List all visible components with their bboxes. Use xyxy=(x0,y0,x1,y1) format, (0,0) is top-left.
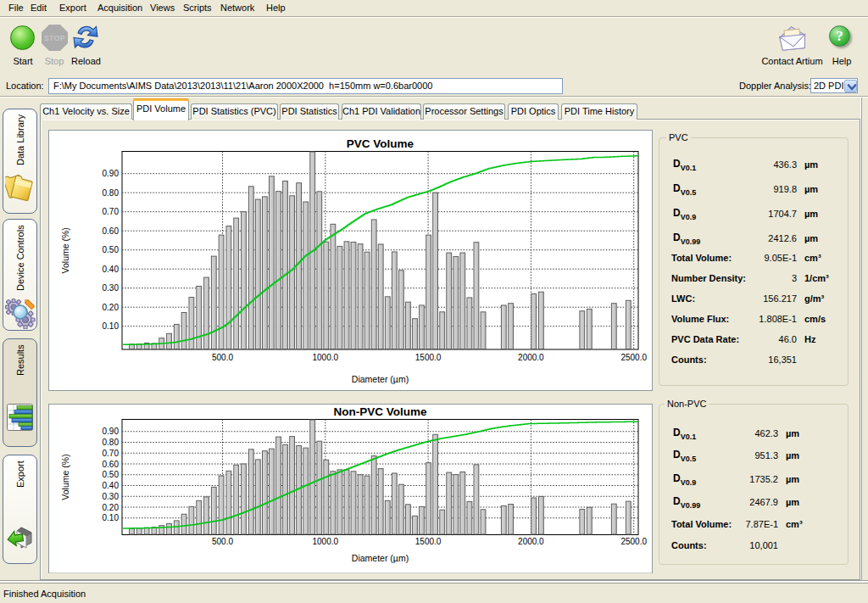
svg-text:Volume (%): Volume (%) xyxy=(60,227,70,273)
svg-text:0.20: 0.20 xyxy=(103,302,120,311)
svg-text:2000.0: 2000.0 xyxy=(518,536,544,545)
svg-text:0.60: 0.60 xyxy=(103,459,120,468)
svg-text:1500.0: 1500.0 xyxy=(415,536,442,545)
svg-text:500.0: 500.0 xyxy=(212,352,233,361)
svg-text:0.70: 0.70 xyxy=(103,448,120,457)
svg-text:0.70: 0.70 xyxy=(103,207,120,216)
svg-text:0.90: 0.90 xyxy=(103,427,120,436)
svg-text:0.20: 0.20 xyxy=(103,502,120,511)
svg-text:0.50: 0.50 xyxy=(103,245,120,254)
svg-text:2500.0: 2500.0 xyxy=(620,352,647,361)
svg-text:0.60: 0.60 xyxy=(103,226,120,235)
svg-text:PVC Volume: PVC Volume xyxy=(347,137,415,150)
svg-text:2000.0: 2000.0 xyxy=(518,352,544,361)
svg-text:0.50: 0.50 xyxy=(103,470,120,479)
svg-text:1000.0: 1000.0 xyxy=(313,352,339,361)
svg-text:1500.0: 1500.0 xyxy=(415,352,442,361)
svg-text:2500.0: 2500.0 xyxy=(620,536,647,545)
svg-text:0.40: 0.40 xyxy=(103,264,120,273)
svg-text:Diameter (µm): Diameter (µm) xyxy=(352,373,409,383)
svg-text:Volume (%): Volume (%) xyxy=(60,454,70,500)
svg-text:0.80: 0.80 xyxy=(103,187,120,197)
svg-text:STOP: STOP xyxy=(44,34,65,42)
svg-text:0.30: 0.30 xyxy=(103,283,120,293)
svg-text:0.90: 0.90 xyxy=(103,169,120,178)
svg-text:1000.0: 1000.0 xyxy=(313,536,339,545)
svg-text:Diameter (µm): Diameter (µm) xyxy=(352,553,409,563)
svg-text:Non-PVC Volume: Non-PVC Volume xyxy=(333,405,426,418)
svg-text:0.40: 0.40 xyxy=(103,481,120,490)
svg-text:0.30: 0.30 xyxy=(103,491,120,500)
svg-text:500.0: 500.0 xyxy=(212,536,233,545)
svg-text:0.80: 0.80 xyxy=(103,438,120,447)
svg-text:0.10: 0.10 xyxy=(103,321,120,331)
svg-text:0.10: 0.10 xyxy=(103,513,120,522)
